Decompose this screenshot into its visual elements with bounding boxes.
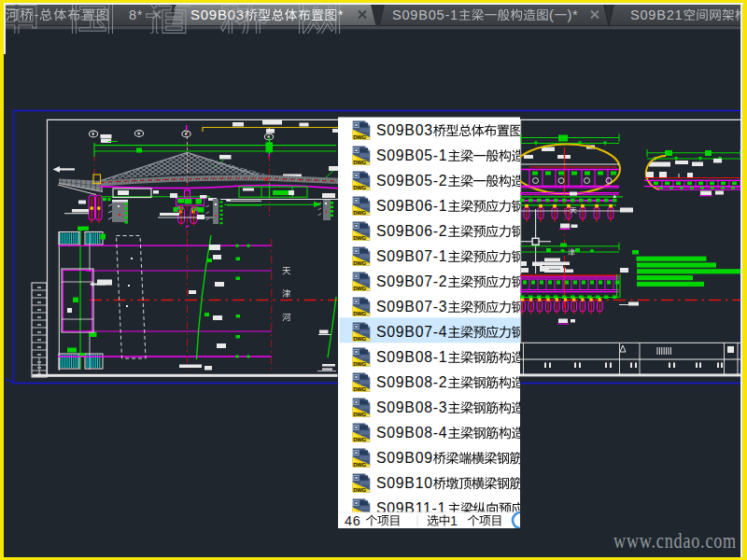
svg-text:www.cndao.com: www.cndao.com: [613, 528, 737, 553]
